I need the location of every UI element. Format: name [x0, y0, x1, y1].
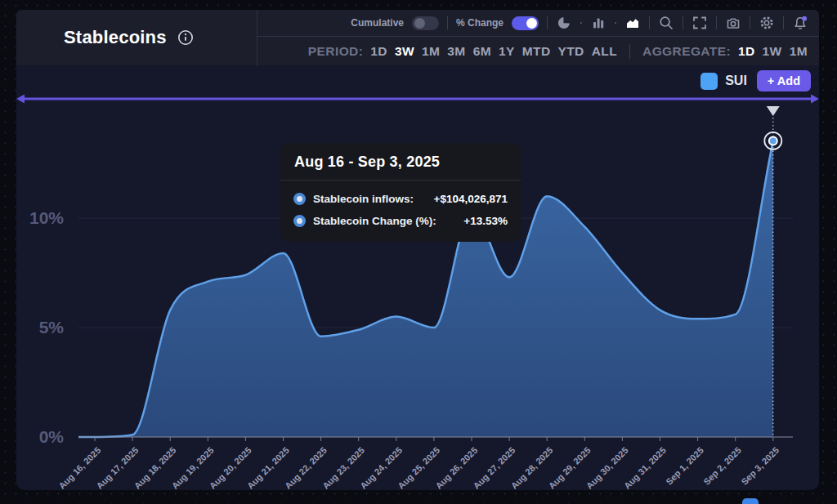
- toolbar: Cumulative % Change: [257, 10, 819, 37]
- search-icon[interactable]: [658, 15, 674, 31]
- period-option-3w[interactable]: 3W: [395, 44, 414, 59]
- title-block: Stablecoins: [16, 10, 257, 65]
- period-option-1m[interactable]: 1M: [422, 44, 440, 59]
- tooltip-value: +$104,026,871: [434, 193, 508, 205]
- y-axis-labels: 0%5%10%: [29, 208, 64, 446]
- bar-chart-icon[interactable]: [590, 15, 606, 31]
- divider: [547, 16, 548, 29]
- divider: [783, 16, 784, 29]
- add-button[interactable]: + Add: [757, 70, 811, 91]
- tooltip-row: Stablecoin Change (%): +13.53%: [293, 210, 508, 232]
- chart-panel: Aug 16, 2025Aug 17, 2025Aug 18, 2025Aug …: [16, 65, 819, 490]
- percent-change-toggle[interactable]: [512, 16, 539, 30]
- fullscreen-icon[interactable]: [692, 15, 708, 31]
- svg-text:0%: 0%: [39, 427, 65, 446]
- period-option-3m[interactable]: 3M: [447, 44, 465, 59]
- series-color-swatch: [700, 73, 718, 90]
- cumulative-toggle[interactable]: [412, 16, 439, 30]
- series-dot-icon: [293, 193, 306, 205]
- header-panel: Stablecoins Cumulative % Change: [16, 10, 819, 65]
- x-axis: Aug 16, 2025Aug 17, 2025Aug 18, 2025Aug …: [56, 437, 793, 490]
- camera-icon[interactable]: [725, 15, 741, 31]
- controls-block: Cumulative % Change: [257, 10, 819, 65]
- legend-item-sui[interactable]: SUI: [700, 73, 747, 90]
- divider: [683, 16, 683, 29]
- divider: [649, 16, 650, 29]
- svg-text:Sep 3, 2025: Sep 3, 2025: [739, 445, 781, 487]
- series-label: SUI: [725, 74, 747, 88]
- period-option-1d[interactable]: 1D: [370, 44, 387, 59]
- settings-icon[interactable]: [759, 15, 775, 31]
- chart-canvas[interactable]: Aug 16, 2025Aug 17, 2025Aug 18, 2025Aug …: [16, 65, 819, 490]
- period-option-1y[interactable]: 1Y: [499, 44, 515, 59]
- period-option-6m[interactable]: 6M: [473, 44, 491, 59]
- info-icon[interactable]: [177, 29, 194, 46]
- cumulative-toggle-label: Cumulative: [351, 17, 404, 29]
- period-option-all[interactable]: ALL: [592, 44, 617, 59]
- period-label: PERIOD:: [308, 44, 363, 59]
- chart-tooltip: Aug 16 - Sep 3, 2025 Stablecoin inflows:…: [280, 143, 521, 242]
- divider: [716, 16, 717, 29]
- tooltip-label: Stablecoin inflows:: [313, 193, 414, 205]
- site-logo-partial: [742, 498, 759, 504]
- divider: [447, 16, 448, 29]
- svg-text:Sep 2, 2025: Sep 2, 2025: [701, 445, 743, 487]
- aggregate-option-1d[interactable]: 1D: [738, 44, 755, 59]
- percent-change-toggle-label: % Change: [456, 17, 504, 29]
- svg-text:5%: 5%: [39, 318, 65, 337]
- page-title: Stablecoins: [64, 27, 167, 48]
- tooltip-date-range: Aug 16 - Sep 3, 2025: [280, 143, 521, 181]
- aggregate-label: AGGREGATE:: [642, 44, 731, 59]
- tooltip-row: Stablecoin inflows: +$104,026,871: [293, 188, 508, 210]
- time-scrubber[interactable]: [16, 95, 819, 104]
- svg-text:10%: 10%: [29, 208, 64, 227]
- area-chart-icon[interactable]: [624, 15, 641, 31]
- aggregate-option-1w[interactable]: 1W: [763, 44, 782, 59]
- period-option-ytd[interactable]: YTD: [558, 44, 584, 59]
- notifications-icon[interactable]: [792, 15, 808, 31]
- tooltip-value: +13.53%: [463, 215, 508, 227]
- tooltip-label: Stablecoin Change (%):: [313, 215, 436, 227]
- divider: [750, 16, 750, 29]
- series-dot-icon: [293, 215, 306, 227]
- aggregate-options: 1D1W1M: [738, 44, 808, 59]
- dot-separator: [615, 22, 616, 24]
- period-aggregate-row: PERIOD: 1D3W1M3M6M1YMTDYTDALL AGGREGATE:…: [257, 37, 819, 65]
- svg-text:Sep 1, 2025: Sep 1, 2025: [664, 445, 705, 487]
- period-option-mtd[interactable]: MTD: [522, 44, 551, 59]
- divider: [629, 44, 630, 59]
- dot-separator: [580, 22, 582, 24]
- legend-row: SUI + Add: [700, 69, 811, 92]
- period-options: 1D3W1M3M6M1YMTDYTDALL: [370, 44, 617, 59]
- pie-chart-icon[interactable]: [556, 15, 572, 31]
- aggregate-option-1m[interactable]: 1M: [790, 44, 808, 59]
